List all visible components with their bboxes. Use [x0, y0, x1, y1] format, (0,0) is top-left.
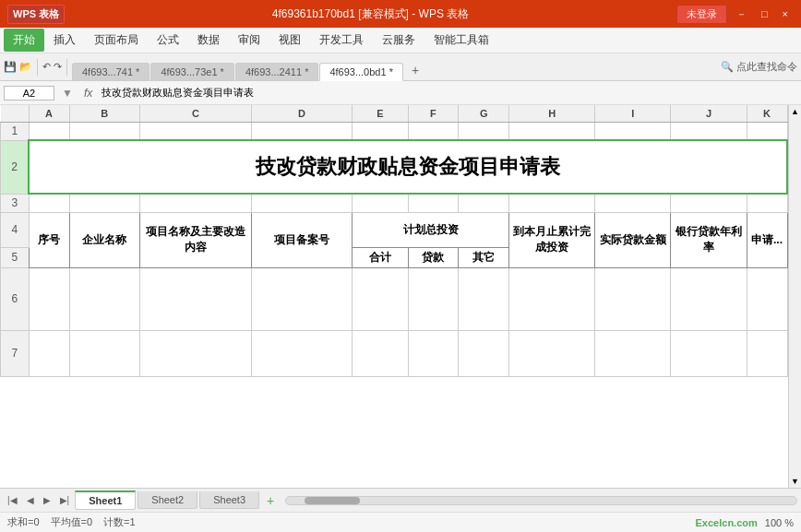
horizontal-scroll[interactable]	[285, 496, 797, 505]
row-num-1[interactable]: 1	[1, 122, 30, 140]
sheet-add-button[interactable]: +	[261, 491, 280, 510]
col-header-D[interactable]: D	[251, 105, 353, 122]
maximize-button[interactable]: □	[756, 6, 773, 21]
cell-ref-input[interactable]	[4, 86, 54, 100]
menu-devtools[interactable]: 开发工具	[310, 29, 373, 52]
toolbar-open[interactable]: 📂	[19, 61, 32, 73]
sheet-nav-prev[interactable]: ◀	[23, 494, 38, 506]
cell-subhdr-loan[interactable]: 贷款	[408, 247, 459, 267]
search-label[interactable]: 🔍 点此查找命令	[721, 60, 797, 74]
menu-formula[interactable]: 公式	[148, 29, 188, 52]
cell-header-loan-rate[interactable]: 银行贷款年利率	[671, 212, 747, 267]
cell-header-seqno[interactable]: 序号	[29, 212, 69, 267]
cell-J1[interactable]	[671, 122, 747, 140]
sheet-nav-next[interactable]: ▶	[40, 494, 54, 506]
menu-cloud[interactable]: 云服务	[373, 29, 424, 52]
cell-D6[interactable]	[251, 267, 353, 330]
tab-add-button[interactable]: +	[404, 60, 426, 80]
cell-A1[interactable]	[29, 122, 69, 140]
formula-expand[interactable]: ▼	[58, 87, 77, 100]
scroll-up[interactable]: ▲	[789, 105, 801, 118]
col-header-F[interactable]: F	[408, 105, 459, 122]
row-num-3[interactable]: 3	[1, 194, 30, 212]
cell-K3[interactable]	[747, 194, 787, 212]
cell-H6[interactable]	[509, 267, 595, 330]
cell-G7[interactable]	[459, 330, 509, 376]
cell-subhdr-other[interactable]: 其它	[459, 247, 509, 267]
col-header-J[interactable]: J	[671, 105, 747, 122]
sheet-nav-last[interactable]: ▶|	[56, 494, 74, 506]
cell-J7[interactable]	[671, 330, 747, 376]
cell-A3[interactable]	[29, 194, 69, 212]
col-header-G[interactable]: G	[459, 105, 509, 122]
col-header-E[interactable]: E	[353, 105, 408, 122]
menu-insert[interactable]: 插入	[44, 29, 85, 52]
tab-1[interactable]: 4f693...73e1 *	[150, 63, 234, 80]
row-num-4[interactable]: 4	[1, 212, 30, 247]
col-header-C[interactable]: C	[140, 105, 252, 122]
grid-container[interactable]: A B C D E F G H I J K	[0, 105, 788, 488]
menu-home[interactable]: 开始	[4, 29, 44, 52]
cell-K7[interactable]	[747, 330, 787, 376]
cell-E7[interactable]	[353, 330, 408, 376]
cell-D1[interactable]	[251, 122, 353, 140]
cell-D7[interactable]	[251, 330, 353, 376]
h-scroll-thumb[interactable]	[305, 497, 360, 504]
cell-title[interactable]: 技改贷款财政贴息资金项目申请表	[29, 140, 787, 194]
cell-K6[interactable]	[747, 267, 787, 330]
cell-header-cumulative[interactable]: 到本月止累计完成投资	[509, 212, 595, 267]
sheet-tab-1[interactable]: Sheet1	[75, 491, 136, 510]
cell-I7[interactable]	[595, 330, 671, 376]
tab-0[interactable]: 4f693...741 *	[72, 63, 149, 80]
tab-2[interactable]: 4f693...2411 *	[235, 63, 319, 80]
menu-data[interactable]: 数据	[188, 29, 229, 52]
cell-header-plan-invest[interactable]: 计划总投资	[353, 212, 509, 247]
cell-F6[interactable]	[408, 267, 459, 330]
toolbar-redo[interactable]: ↷	[54, 61, 62, 73]
col-header-A[interactable]: A	[29, 105, 69, 122]
close-button[interactable]: ×	[777, 6, 794, 21]
cell-B1[interactable]	[69, 122, 140, 140]
row-num-7[interactable]: 7	[1, 330, 30, 376]
cell-subhdr-total[interactable]: 合计	[353, 247, 408, 267]
cell-I1[interactable]	[595, 122, 671, 140]
col-header-H[interactable]: H	[509, 105, 595, 122]
col-header-K[interactable]: K	[747, 105, 787, 122]
menu-ai[interactable]: 智能工具箱	[424, 29, 498, 52]
tab-3[interactable]: 4f693...0bd1 *	[319, 63, 403, 81]
sheet-nav-first[interactable]: |◀	[4, 494, 21, 506]
cell-D3[interactable]	[251, 194, 353, 212]
cell-header-project[interactable]: 项目名称及主要改造内容	[140, 212, 252, 267]
cell-F3[interactable]	[408, 194, 459, 212]
cell-H1[interactable]	[509, 122, 595, 140]
cell-E1[interactable]	[353, 122, 408, 140]
h-scroll-track[interactable]	[285, 496, 797, 505]
cell-A7[interactable]	[29, 330, 69, 376]
cell-header-filing[interactable]: 项目备案号	[251, 212, 353, 267]
login-button[interactable]: 未登录	[676, 5, 727, 24]
cell-H3[interactable]	[509, 194, 595, 212]
cell-J6[interactable]	[671, 267, 747, 330]
sheet-tab-2[interactable]: Sheet2	[137, 491, 197, 509]
cell-A6[interactable]	[29, 267, 69, 330]
menu-layout[interactable]: 页面布局	[85, 29, 148, 52]
menu-review[interactable]: 审阅	[229, 29, 269, 52]
row-num-2[interactable]: 2	[1, 140, 30, 194]
formula-input[interactable]	[100, 86, 797, 100]
menu-view[interactable]: 视图	[269, 29, 310, 52]
sheet-tab-3[interactable]: Sheet3	[199, 491, 259, 509]
cell-C1[interactable]	[140, 122, 252, 140]
cell-G1[interactable]	[459, 122, 509, 140]
cell-J3[interactable]	[671, 194, 747, 212]
cell-C3[interactable]	[140, 194, 252, 212]
cell-G3[interactable]	[459, 194, 509, 212]
cell-G6[interactable]	[459, 267, 509, 330]
cell-F1[interactable]	[408, 122, 459, 140]
cell-H7[interactable]	[509, 330, 595, 376]
cell-I3[interactable]	[595, 194, 671, 212]
cell-B7[interactable]	[69, 330, 140, 376]
toolbar-save[interactable]: 💾	[4, 61, 17, 73]
cell-header-company[interactable]: 企业名称	[69, 212, 140, 267]
row-num-5[interactable]: 5	[1, 247, 30, 267]
cell-K1[interactable]	[747, 122, 787, 140]
